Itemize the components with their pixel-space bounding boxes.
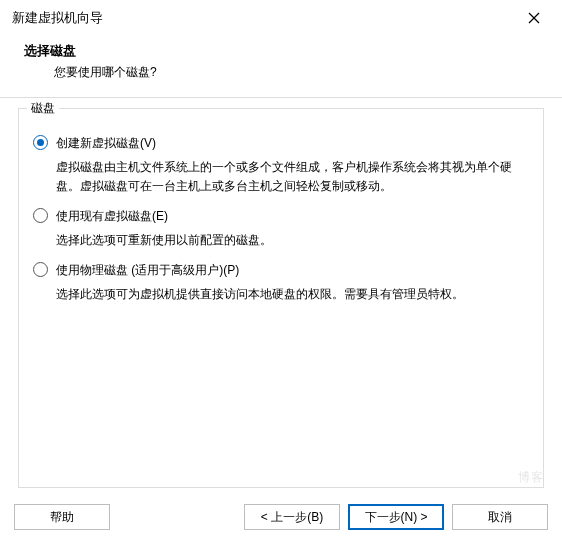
wizard-dialog: 新建虚拟机向导 选择磁盘 您要使用哪个磁盘? 磁盘 创建新虚拟磁盘(V) 虚拟磁… [0,0,562,542]
back-button[interactable]: < 上一步(B) [244,504,340,530]
option-description: 选择此选项可重新使用以前配置的磁盘。 [56,231,525,250]
help-button[interactable]: 帮助 [14,504,110,530]
option-use-physical-disk[interactable]: 使用物理磁盘 (适用于高级用户)(P) [33,262,529,279]
option-description: 选择此选项可为虚拟机提供直接访问本地硬盘的权限。需要具有管理员特权。 [56,285,525,304]
option-description: 虚拟磁盘由主机文件系统上的一个或多个文件组成，客户机操作系统会将其视为单个硬盘。… [56,158,525,196]
next-button[interactable]: 下一步(N) > [348,504,444,530]
window-title: 新建虚拟机向导 [12,9,103,27]
wizard-body: 磁盘 创建新虚拟磁盘(V) 虚拟磁盘由主机文件系统上的一个或多个文件组成，客户机… [0,98,562,494]
titlebar: 新建虚拟机向导 [0,0,562,36]
radio-use-existing-disk[interactable] [33,208,48,223]
page-subtitle: 您要使用哪个磁盘? [24,64,542,81]
disk-fieldset: 磁盘 创建新虚拟磁盘(V) 虚拟磁盘由主机文件系统上的一个或多个文件组成，客户机… [18,108,544,488]
wizard-header: 选择磁盘 您要使用哪个磁盘? [0,36,562,97]
radio-create-new-disk[interactable] [33,135,48,150]
wizard-footer: 帮助 < 上一步(B) 下一步(N) > 取消 [0,494,562,542]
close-button[interactable] [516,6,552,30]
fieldset-legend: 磁盘 [27,100,59,117]
cancel-button[interactable]: 取消 [452,504,548,530]
option-use-existing-disk[interactable]: 使用现有虚拟磁盘(E) [33,208,529,225]
page-title: 选择磁盘 [24,42,542,60]
option-label[interactable]: 使用现有虚拟磁盘(E) [56,208,168,225]
close-icon [528,12,540,24]
option-create-new-disk[interactable]: 创建新虚拟磁盘(V) [33,135,529,152]
option-label[interactable]: 使用物理磁盘 (适用于高级用户)(P) [56,262,239,279]
option-label[interactable]: 创建新虚拟磁盘(V) [56,135,156,152]
radio-use-physical-disk[interactable] [33,262,48,277]
